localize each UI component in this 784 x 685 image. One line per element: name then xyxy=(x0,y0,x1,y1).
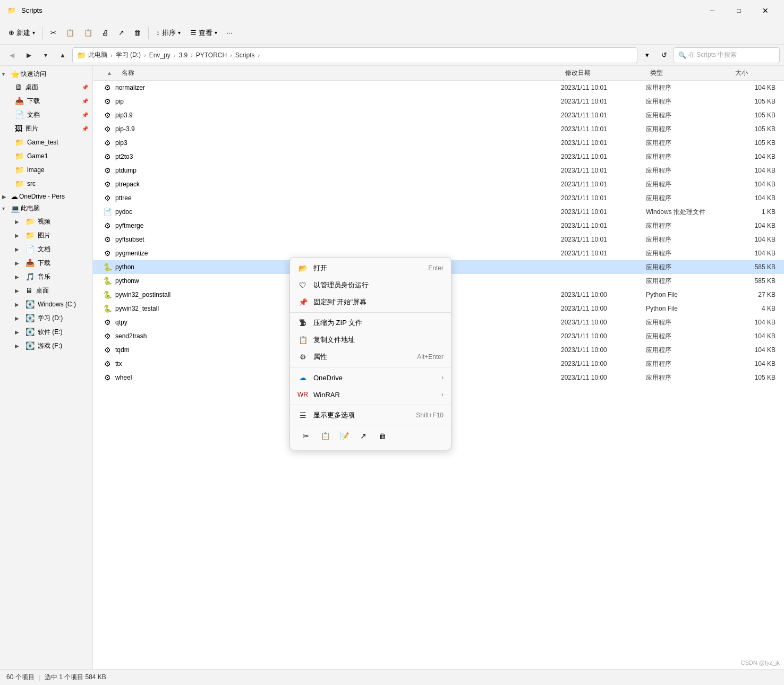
file-row[interactable]: ⚙ pip3.9 2023/1/11 10:01 应用程序 105 KB xyxy=(93,108,784,122)
sidebar-item-desktop[interactable]: 🖥 桌面 📌 xyxy=(0,80,92,94)
file-icon: ⚙ xyxy=(101,109,113,121)
sidebar-item-gametest[interactable]: 📁 Game_test xyxy=(0,135,92,149)
refresh-button[interactable]: ↺ xyxy=(657,48,671,63)
ctx-pin-start[interactable]: 📌 固定到"开始"屏幕 xyxy=(290,294,451,311)
sidebar-item-image[interactable]: 📁 image xyxy=(0,163,92,177)
sidebar-gamef-label: 游戏 (F:) xyxy=(38,341,88,350)
maximize-button[interactable]: □ xyxy=(727,2,751,19)
file-row[interactable]: ⚙ pip 2023/1/11 10:01 应用程序 105 KB xyxy=(93,95,784,108)
sidebar-item-downloads[interactable]: 📥 下载 📌 xyxy=(0,94,92,108)
view-button[interactable]: ☰ 查看 ▾ xyxy=(186,24,221,41)
file-row[interactable]: ⚙ pyftsubset 2023/1/11 10:01 应用程序 104 KB xyxy=(93,233,784,246)
this-pc-header[interactable]: ▾ 💻 此电脑 xyxy=(0,202,92,215)
sidebar-item-learning-d[interactable]: ▶ 💽 学习 (D:) xyxy=(0,311,92,325)
sidebar-item-documents2[interactable]: ▶ 📄 文档 xyxy=(0,242,92,256)
sidebar-item-documents[interactable]: 📄 文档 📌 xyxy=(0,108,92,122)
sidebar-item-game1[interactable]: 📁 Game1 xyxy=(0,149,92,163)
onedrive-header[interactable]: ▶ ☁ OneDrive - Pers xyxy=(0,191,92,202)
file-row[interactable]: ⚙ pip3 2023/1/11 10:01 应用程序 105 KB xyxy=(93,136,784,150)
paste-button[interactable]: 📋 xyxy=(80,24,97,41)
ctx-open[interactable]: 📂 打开 Enter xyxy=(290,260,451,277)
file-row[interactable]: ⚙ pyftmerge 2023/1/11 10:01 应用程序 104 KB xyxy=(93,219,784,233)
ctx-rename-button[interactable]: 📝 xyxy=(336,427,353,444)
address-path[interactable]: 📁 此电脑 › 学习 (D:) › Env_py › 3.9 › PYTORCH… xyxy=(72,47,637,63)
ctx-properties[interactable]: ⚙ 属性 Alt+Enter xyxy=(290,348,451,365)
delete-button[interactable]: 🗑 xyxy=(130,24,145,41)
sidebar-image-label: image xyxy=(27,166,88,174)
sidebar-item-src[interactable]: 📁 src xyxy=(0,177,92,191)
recent-button[interactable]: ▾ xyxy=(38,48,53,63)
col-header-size[interactable]: 大小 xyxy=(731,68,784,78)
file-row[interactable]: ⚙ normalizer 2023/1/11 10:01 应用程序 104 KB xyxy=(93,81,784,95)
ctx-share-button[interactable]: ↗ xyxy=(355,427,372,444)
copy-button[interactable]: 📋 xyxy=(62,24,79,41)
file-date: 2023/1/11 10:00 xyxy=(561,305,646,312)
sidebar-item-software-e[interactable]: ▶ 💽 软件 (E:) xyxy=(0,325,92,339)
back-button[interactable]: ◀ xyxy=(4,48,19,63)
path-sep-6: › xyxy=(258,52,260,58)
ctx-winrar[interactable]: WR WinRAR › xyxy=(290,386,451,403)
file-row[interactable]: ⚙ pttree 2023/1/11 10:01 应用程序 104 KB xyxy=(93,191,784,205)
file-row[interactable]: ⚙ pip-3.9 2023/1/11 10:01 应用程序 105 KB xyxy=(93,122,784,136)
address-dropdown-button[interactable]: ▾ xyxy=(640,48,654,63)
sidebar-gametest-label: Game_test xyxy=(27,139,88,146)
search-box[interactable]: 🔍 在 Scripts 中搜索 xyxy=(674,47,780,63)
ctx-cut-icon: ✂ xyxy=(303,432,309,440)
sidebar-item-downloads2[interactable]: ▶ 📥 下载 xyxy=(0,256,92,270)
src-icon: 📁 xyxy=(15,179,24,188)
file-row[interactable]: ⚙ pt2to3 2023/1/11 10:01 应用程序 104 KB xyxy=(93,150,784,164)
winc-icon: 💽 xyxy=(25,300,35,309)
up-button[interactable]: ▲ xyxy=(55,48,70,63)
file-date: 2023/1/11 10:00 xyxy=(561,291,646,298)
file-icon: ⚙ xyxy=(101,82,113,93)
more-icon: ··· xyxy=(227,29,233,37)
ctx-run-admin[interactable]: 🛡 以管理员身份运行 xyxy=(290,277,451,294)
sort-button[interactable]: ↕ 排序 ▾ xyxy=(152,24,185,41)
file-row[interactable]: ⚙ ptdump 2023/1/11 10:01 应用程序 104 KB xyxy=(93,164,784,177)
title-bar: 📁 Scripts ─ □ ✕ xyxy=(0,0,784,21)
sidebar-music-label: 音乐 xyxy=(38,272,88,281)
search-placeholder: 在 Scripts 中搜索 xyxy=(688,50,737,59)
new-button[interactable]: ⊕ 新建 ▾ xyxy=(4,24,39,41)
close-button[interactable]: ✕ xyxy=(753,2,778,19)
share-button[interactable]: ↗ xyxy=(114,24,129,41)
path-folder-icon: 📁 xyxy=(77,51,86,59)
ctx-delete-button[interactable]: 🗑 xyxy=(374,427,391,444)
sidebar-winc-label: Windows (C:) xyxy=(38,301,88,308)
more-button[interactable]: ··· xyxy=(223,24,237,41)
stamp-button[interactable]: 🖨 xyxy=(98,24,113,41)
sidebar-item-desktop2[interactable]: ▶ 🖥 桌面 xyxy=(0,284,92,297)
ctx-more-shortcut: Shift+F10 xyxy=(416,412,444,419)
sidebar-item-pictures2[interactable]: ▶ 📁 图片 xyxy=(0,228,92,242)
file-name: pydoc xyxy=(115,208,561,216)
sidebar-item-windows-c[interactable]: ▶ 💽 Windows (C:) xyxy=(0,297,92,311)
file-row[interactable]: 📄 pydoc 2023/1/11 10:01 Windows 批处理文件 1 … xyxy=(93,205,784,219)
ctx-copy-button[interactable]: 📋 xyxy=(317,427,334,444)
gametest-icon: 📁 xyxy=(15,138,24,147)
sidebar-item-games-f[interactable]: ▶ 💽 游戏 (F:) xyxy=(0,339,92,353)
col-header-date[interactable]: 修改日期 xyxy=(561,68,646,78)
file-date: 2023/1/11 10:01 xyxy=(561,167,646,174)
quick-access-header[interactable]: ▾ ⭐ 快速访问 xyxy=(0,68,92,80)
downloads2-icon: 📥 xyxy=(25,259,35,267)
ctx-onedrive[interactable]: ☁ OneDrive › xyxy=(290,369,451,386)
ctx-cut-button[interactable]: ✂ xyxy=(297,427,314,444)
forward-button[interactable]: ▶ xyxy=(21,48,36,63)
downloads2-chevron: ▶ xyxy=(15,260,22,266)
cut-button[interactable]: ✂ xyxy=(46,24,61,41)
minimize-button[interactable]: ─ xyxy=(700,2,725,19)
sidebar-item-music[interactable]: ▶ 🎵 音乐 xyxy=(0,270,92,284)
sidebar-item-pictures[interactable]: 🖼 图片 📌 xyxy=(0,122,92,135)
col-header-type[interactable]: 类型 xyxy=(646,68,731,78)
ctx-compress[interactable]: 🗜 压缩为 ZIP 文件 xyxy=(290,314,451,331)
ctx-more-options[interactable]: ☰ 显示更多选项 Shift+F10 xyxy=(290,407,451,424)
file-date: 2023/1/11 10:01 xyxy=(561,153,646,160)
sidebar-item-videos[interactable]: ▶ 📁 视频 xyxy=(0,215,92,228)
ctx-copy-path[interactable]: 📋 复制文件地址 xyxy=(290,331,451,348)
col-header-name[interactable]: 名称 xyxy=(117,68,561,78)
file-icon: ⚙ xyxy=(101,330,113,342)
desktop-pin: 📌 xyxy=(82,84,88,90)
file-row[interactable]: ⚙ ptrepack 2023/1/11 10:01 应用程序 104 KB xyxy=(93,177,784,191)
toolbar: ⊕ 新建 ▾ ✂ 📋 📋 🖨 ↗ 🗑 ↕ 排序 ▾ ☰ 查看 ▾ ··· xyxy=(0,21,784,45)
new-icon: ⊕ xyxy=(8,29,14,37)
